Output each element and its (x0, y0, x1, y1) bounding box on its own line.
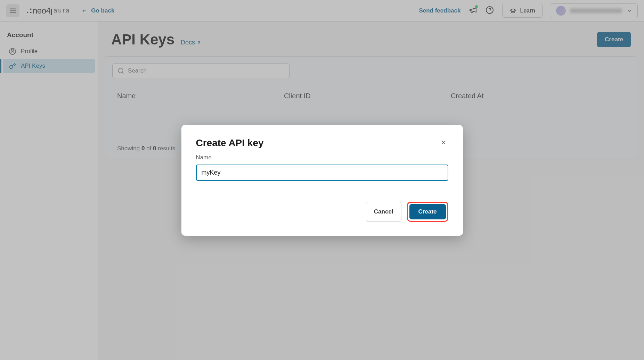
create-api-key-modal: Create API key Name Cancel Create (181, 125, 463, 236)
modal-overlay[interactable]: Create API key Name Cancel Create (0, 0, 644, 360)
modal-actions: Cancel Create (196, 202, 448, 222)
cancel-button[interactable]: Cancel (366, 202, 401, 222)
close-icon (440, 139, 447, 146)
modal-close-button[interactable] (439, 137, 448, 149)
name-input[interactable] (196, 165, 448, 181)
modal-create-button[interactable]: Create (409, 204, 446, 219)
modal-header: Create API key (196, 137, 448, 149)
create-button-highlight: Create (407, 202, 448, 222)
name-field-label: Name (196, 154, 448, 161)
modal-title: Create API key (196, 137, 264, 149)
